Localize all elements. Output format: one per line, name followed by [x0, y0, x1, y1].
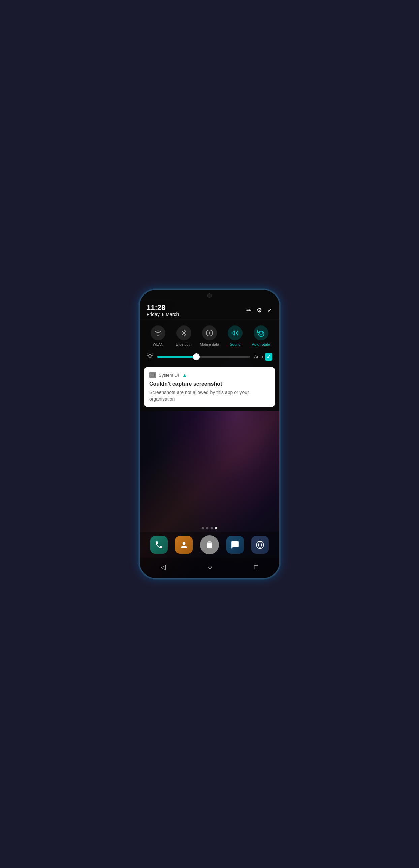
- browser-app-icon[interactable]: [251, 536, 269, 554]
- notification-title: Couldn't capture screenshot: [149, 381, 270, 387]
- auto-rotate-label: Auto-rotate: [252, 342, 270, 346]
- status-time: 11:28: [147, 304, 179, 312]
- phone-app-icon[interactable]: [150, 536, 168, 554]
- page-dot-1: [202, 527, 204, 529]
- system-ui-icon: [149, 372, 156, 378]
- bluetooth-label: Bluetooth: [176, 342, 191, 346]
- notification-body: Screenshots are not allowed by this app …: [149, 389, 270, 402]
- svg-line-14: [152, 354, 152, 354]
- settings-icon[interactable]: ⚙: [257, 307, 262, 314]
- notification-expand-icon[interactable]: ▲: [182, 372, 187, 378]
- page-dot-4: [215, 527, 217, 529]
- qs-tile-bluetooth[interactable]: Bluetooth: [174, 326, 194, 346]
- qs-tile-sound[interactable]: Sound: [225, 326, 245, 346]
- wlan-label: WLAN: [153, 342, 163, 346]
- time-date-group: 11:28 Friday, 8 March: [147, 304, 179, 317]
- edit-icon[interactable]: ✏: [246, 307, 251, 314]
- brightness-slider[interactable]: [157, 356, 250, 358]
- wlan-icon: [151, 326, 165, 340]
- shade-divider: [140, 320, 279, 320]
- mobile-data-icon: [202, 326, 217, 340]
- contacts-app-icon[interactable]: [175, 536, 193, 554]
- dock: [140, 532, 279, 558]
- recents-button[interactable]: □: [247, 562, 265, 572]
- camera-notch: [207, 293, 212, 298]
- notification-app-name: System UI: [159, 373, 179, 378]
- brightness-thumb[interactable]: [193, 353, 200, 360]
- page-dot-2: [206, 527, 208, 529]
- auto-label: Auto: [254, 354, 263, 359]
- brightness-row: Auto ✓: [140, 350, 279, 366]
- phone-top-bar: [140, 290, 279, 301]
- volume-up-button[interactable]: [279, 351, 280, 368]
- phone-frame: 11:28 Friday, 8 March ✏ ⚙ ✓: [139, 289, 280, 579]
- sound-label: Sound: [230, 342, 240, 346]
- notification-shade: 11:28 Friday, 8 March ✏ ⚙ ✓: [140, 301, 279, 411]
- nav-bar: ◁ ○ □: [140, 558, 279, 578]
- mobile-data-label: Mobile data: [200, 342, 219, 346]
- qs-tile-auto-rotate[interactable]: Auto-rotate: [251, 326, 271, 346]
- home-area: ◁ ○ □: [140, 524, 279, 578]
- page-dot-3: [211, 527, 213, 529]
- status-date: Friday, 8 March: [147, 312, 179, 317]
- back-button[interactable]: ◁: [154, 562, 172, 572]
- svg-rect-5: [260, 332, 262, 334]
- sound-icon: [228, 326, 243, 340]
- svg-rect-15: [151, 373, 155, 377]
- svg-line-9: [148, 354, 148, 354]
- svg-point-6: [149, 354, 151, 357]
- page-indicators: [140, 524, 279, 532]
- auto-checkbox[interactable]: ✓: [265, 353, 272, 361]
- phone-screen: 11:28 Friday, 8 March ✏ ⚙ ✓: [140, 301, 279, 578]
- brightness-fill: [157, 356, 196, 358]
- collapse-icon[interactable]: ✓: [267, 307, 272, 314]
- trash-app-icon[interactable]: [200, 535, 219, 554]
- brightness-icon: [147, 352, 153, 361]
- home-button[interactable]: ○: [201, 562, 219, 572]
- svg-marker-4: [232, 331, 235, 335]
- notification-header: System UI ▲: [149, 372, 270, 378]
- auto-rotate-icon: [254, 326, 268, 340]
- status-bar: 11:28 Friday, 8 March ✏ ⚙ ✓: [140, 301, 279, 318]
- qs-tile-mobile-data[interactable]: Mobile data: [199, 326, 220, 346]
- volume-down-button[interactable]: [279, 371, 280, 388]
- qs-tile-wlan[interactable]: WLAN: [148, 326, 168, 346]
- quick-settings-row: WLAN Bluetooth: [140, 321, 279, 350]
- notification-card[interactable]: System UI ▲ Couldn't capture screenshot …: [144, 367, 275, 407]
- svg-line-13: [148, 358, 148, 358]
- bluetooth-icon: [176, 326, 191, 340]
- status-icons: ✏ ⚙ ✓: [246, 307, 272, 314]
- messages-app-icon[interactable]: [226, 536, 244, 554]
- svg-line-10: [152, 358, 152, 358]
- svg-point-0: [158, 335, 158, 336]
- auto-brightness-row: Auto ✓: [254, 353, 272, 361]
